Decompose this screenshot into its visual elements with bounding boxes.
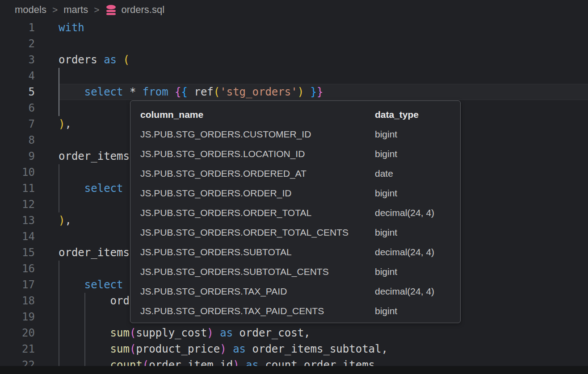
code-token: ord: [110, 295, 130, 307]
line-number[interactable]: 20: [0, 325, 59, 341]
table-row: JS.PUB.STG_ORDERS.SUBTOTAL_CENTSbigint: [130, 262, 460, 282]
code-token: ): [298, 86, 304, 98]
line-number[interactable]: 6: [0, 100, 59, 116]
data-type-cell: bigint: [375, 266, 450, 277]
data-type-cell: decimal(24, 4): [375, 247, 450, 258]
line-number[interactable]: 22: [0, 357, 59, 366]
table-row: JS.PUB.STG_ORDERS.LOCATION_IDbigint: [130, 144, 460, 164]
code-line[interactable]: 4: [0, 68, 588, 84]
code-token: ): [59, 118, 65, 130]
data-type-cell: bigint: [375, 129, 450, 140]
vscode-editor-window: { "breadcrumb": { "path": ["models", "ma…: [0, 0, 588, 374]
line-number[interactable]: 14: [0, 229, 59, 245]
code-token: ): [220, 343, 226, 355]
code-token: {: [175, 86, 181, 98]
line-number[interactable]: 17: [0, 277, 59, 293]
breadcrumb-item-models[interactable]: models: [15, 4, 46, 16]
line-number[interactable]: 9: [0, 148, 59, 164]
code-token: ref: [188, 86, 214, 98]
code-token: }: [317, 86, 323, 98]
code-token: [304, 86, 310, 98]
code-token: [214, 327, 220, 339]
line-number[interactable]: 2: [0, 36, 59, 52]
data-type-cell: bigint: [375, 227, 450, 238]
code-token: order_items_subtotal,: [246, 343, 388, 355]
table-row: JS.PUB.STG_ORDERS.SUBTOTALdecimal(24, 4): [130, 242, 460, 262]
line-number[interactable]: 11: [0, 180, 59, 196]
code-token: (: [214, 86, 220, 98]
line-number[interactable]: 12: [0, 196, 59, 212]
code-token: as: [233, 343, 246, 355]
data-type-cell: decimal(24, 4): [375, 208, 450, 218]
data-type-cell: bigint: [375, 306, 450, 316]
code-line[interactable]: 20 sum(supply_cost) as order_cost,: [0, 325, 588, 341]
line-number[interactable]: 8: [0, 132, 59, 148]
table-row: JS.PUB.STG_ORDERS.ORDER_IDbigint: [130, 183, 460, 203]
code-token: ): [233, 359, 239, 366]
column-name-cell: JS.PUB.STG_ORDERS.SUBTOTAL_CENTS: [140, 266, 375, 277]
column-name-cell: JS.PUB.STG_ORDERS.ORDER_ID: [140, 188, 375, 199]
line-number[interactable]: 7: [0, 116, 59, 132]
popup-header-data-type: data_type: [375, 109, 450, 120]
code-token: [59, 182, 84, 195]
hover-popup: column_name data_type JS.PUB.STG_ORDERS.…: [130, 100, 461, 323]
code-token: order_items: [59, 246, 130, 259]
code-token: order_cost,: [233, 327, 310, 339]
column-name-cell: JS.PUB.STG_ORDERS.LOCATION_ID: [140, 149, 375, 159]
line-number[interactable]: 3: [0, 52, 59, 68]
table-row: JS.PUB.STG_ORDERS.TAX_PAIDdecimal(24, 4): [130, 282, 460, 301]
code-token: [227, 343, 233, 355]
data-type-cell: bigint: [375, 149, 450, 159]
line-number[interactable]: 18: [0, 293, 59, 309]
column-name-cell: JS.PUB.STG_ORDERS.ORDERED_AT: [140, 168, 375, 179]
code-token: [117, 54, 123, 66]
line-number[interactable]: 13: [0, 212, 59, 229]
code-line[interactable]: 3orders as (: [0, 52, 588, 68]
popup-rows: JS.PUB.STG_ORDERS.CUSTOMER_IDbigintJS.PU…: [130, 125, 460, 321]
code-token: order_item_id: [149, 359, 233, 366]
column-name-cell: JS.PUB.STG_ORDERS.ORDER_TOTAL: [140, 208, 375, 218]
indent-guide: [84, 293, 85, 366]
code-token: [59, 86, 84, 98]
line-number[interactable]: 5: [0, 84, 59, 100]
code-text: orders as (: [59, 52, 588, 68]
line-number[interactable]: 19: [0, 309, 59, 325]
table-row: JS.PUB.STG_ORDERS.TAX_PAID_CENTSbigint: [130, 301, 460, 321]
line-number[interactable]: 15: [0, 245, 59, 261]
line-number[interactable]: 10: [0, 164, 59, 180]
code-text: [59, 36, 588, 52]
database-icon: [105, 4, 117, 16]
popup-header-column-name: column_name: [140, 109, 375, 120]
line-number[interactable]: 1: [0, 20, 59, 36]
code-line[interactable]: 5 select * from {{ ref('stg_orders') }}: [0, 84, 588, 100]
code-text: select * from {{ ref('stg_orders') }}: [59, 84, 588, 100]
code-token: }: [311, 86, 317, 98]
file-name: orders.sql: [121, 4, 164, 16]
code-line[interactable]: 22 count(order_item_id) as count_order_i…: [0, 357, 588, 366]
code-line[interactable]: 21 sum(product_price) as order_items_sub…: [0, 341, 588, 357]
code-token: [59, 278, 84, 291]
code-text: sum(product_price) as order_items_subtot…: [59, 341, 588, 357]
line-number[interactable]: 16: [0, 261, 59, 277]
popup-header-row: column_name data_type: [130, 105, 460, 125]
column-name-cell: JS.PUB.STG_ORDERS.SUBTOTAL: [140, 247, 375, 258]
code-token: ): [59, 214, 65, 227]
line-number[interactable]: 21: [0, 341, 59, 357]
code-token: ): [207, 327, 213, 339]
line-number[interactable]: 4: [0, 68, 59, 84]
table-row: JS.PUB.STG_ORDERS.ORDER_TOTAL_CENTSbigin…: [130, 223, 460, 242]
chevron-right-icon: >: [94, 4, 99, 15]
indent-guide: [59, 261, 59, 366]
code-token: ,: [65, 118, 71, 130]
breadcrumb-item-file[interactable]: orders.sql: [105, 4, 164, 16]
table-row: JS.PUB.STG_ORDERS.CUSTOMER_IDbigint: [130, 125, 460, 144]
indent-guide: [59, 68, 59, 116]
code-token: select: [84, 86, 123, 98]
code-line[interactable]: 2: [0, 36, 588, 52]
breadcrumb-item-marts[interactable]: marts: [63, 4, 88, 16]
code-line[interactable]: 1with: [0, 20, 588, 36]
code-token: [168, 86, 175, 98]
code-token: sum: [110, 343, 130, 355]
code-token: orders: [59, 54, 104, 66]
code-token: [239, 359, 246, 366]
